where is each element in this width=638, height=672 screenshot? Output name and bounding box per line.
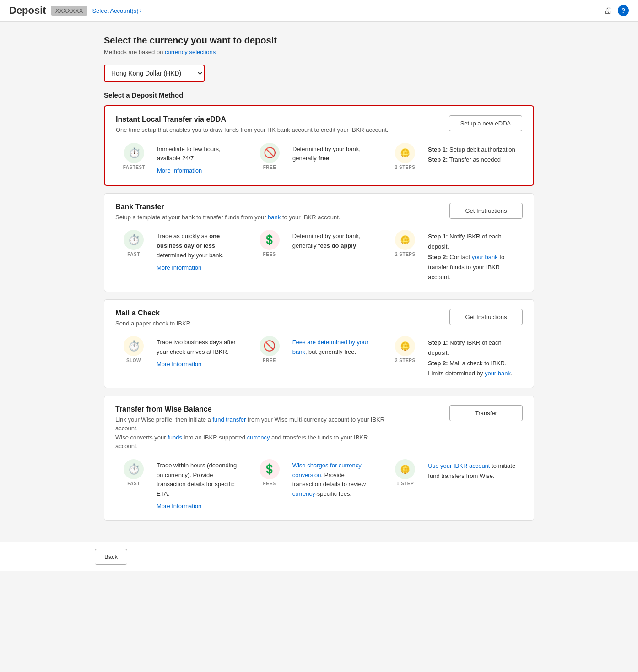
mail-check-title: Mail a Check: [115, 309, 192, 317]
chevron-right-icon: ›: [140, 7, 142, 14]
mail-check-fee-icon-group: 🚫 FREE: [251, 336, 288, 363]
two-steps-icon: 🪙: [395, 143, 415, 163]
two-steps-label: 2 STEPS: [395, 165, 416, 170]
wise-transfer-button[interactable]: Transfer: [449, 405, 523, 421]
bank-transfer-fee-icon-group: 💲 FEES: [251, 230, 288, 257]
bank-two-steps-icon: 🪙: [395, 230, 415, 250]
wise-features: ⏱️ FAST Trade within hours (depending on…: [115, 459, 523, 511]
fees-icon: 💲: [260, 230, 280, 250]
bank-transfer-steps-content: Step 1: Notify IBKR of each deposit. Ste…: [428, 230, 523, 282]
bank-transfer-features: ⏱️ FAST Trade as quickly as one business…: [115, 230, 523, 282]
wise-desc: Link your Wise profile, then initiate a …: [115, 415, 390, 451]
wise-steps-group: 🪙 1 STEP Use your IBKR account to initia…: [387, 459, 523, 486]
edda-speed-group: ⏱️ FASTEST Immediate to few hours, avail…: [116, 143, 251, 176]
edda-desc: One time setup that enables you to draw …: [116, 125, 388, 135]
wise-fast-icon: ⏱️: [124, 459, 144, 479]
wise-fees-icon: 💲: [260, 459, 280, 479]
slow-label: SLOW: [126, 358, 141, 363]
edda-card-info: Instant Local Transfer via eDDA One time…: [116, 115, 388, 135]
mail-check-speed-content: Trade two business days after your check…: [157, 336, 238, 369]
bank-transfer-title: Bank Transfer: [115, 203, 340, 211]
slow-icon: ⏱️: [124, 336, 144, 356]
main-content: Select the currency you want to deposit …: [95, 22, 543, 542]
page-header-title: Deposit: [9, 5, 46, 16]
mail-check-two-steps-icon: 🪙: [395, 336, 415, 356]
wise-more-info-link[interactable]: More Information: [157, 502, 238, 511]
wise-speed-icon-group: ⏱️ FAST: [115, 459, 152, 486]
mail-check-steps-content: Step 1: Notify IBKR of each deposit. Ste…: [428, 336, 523, 378]
wise-speed-content: Trade within hours (depending on currenc…: [157, 459, 238, 511]
bank-transfer-steps-group: 🪙 2 STEPS Step 1: Notify IBKR of each de…: [387, 230, 523, 282]
help-icon[interactable]: ?: [618, 5, 629, 16]
wise-fee-icon-group: 💲 FEES: [251, 459, 288, 486]
print-icon[interactable]: 🖨: [602, 5, 613, 16]
wise-one-step-label: 1 STEP: [397, 481, 414, 486]
deposit-method-section-label: Select a Deposit Method: [104, 91, 534, 99]
mail-check-free-label: FREE: [263, 358, 276, 363]
edda-fee-content: Determined by your bank, generally free.: [292, 143, 373, 164]
bank-transfer-more-info-link[interactable]: More Information: [157, 263, 238, 273]
edda-speed-icon-group: ⏱️ FASTEST: [116, 143, 152, 170]
edda-steps-icon-group: 🪙 2 STEPS: [387, 143, 423, 170]
wise-fee-group: 💲 FEES Wise charges for currency convers…: [251, 459, 387, 499]
edda-steps-group: 🪙 2 STEPS Step 1: Setup debit authorizat…: [387, 143, 522, 170]
wise-fees-label: FEES: [263, 481, 276, 486]
wise-title: Transfer from Wise Balance: [115, 405, 390, 413]
mail-check-steps-icon-group: 🪙 2 STEPS: [387, 336, 423, 363]
bank-transfer-card: Bank Transfer Setup a template at your b…: [104, 193, 534, 292]
account-badge: XXXXXXX: [51, 6, 88, 16]
page-subtitle: Methods are based on currency selections: [104, 49, 534, 55]
wise-fast-label: FAST: [127, 481, 140, 486]
currency-select[interactable]: Hong Kong Dollar (HKD) US Dollar (USD) E…: [104, 65, 205, 82]
mail-check-card-header: Mail a Check Send a paper check to IBKR.…: [115, 309, 523, 328]
bank-transfer-fee-content: Determined by your bank, generally fees …: [292, 230, 373, 251]
bank-transfer-card-info: Bank Transfer Setup a template at your b…: [115, 203, 340, 222]
mail-check-get-instructions-button[interactable]: Get Instructions: [449, 309, 523, 325]
fees-label: FEES: [263, 252, 276, 257]
wise-one-step-icon: 🪙: [395, 459, 415, 479]
edda-setup-button[interactable]: Setup a new eDDA: [449, 115, 522, 131]
bank-two-steps-label: 2 STEPS: [395, 252, 416, 257]
wise-steps-icon-group: 🪙 1 STEP: [387, 459, 423, 486]
wise-fee-content: Wise charges for currency conversion. Pr…: [292, 459, 373, 499]
mail-check-speed-group: ⏱️ SLOW Trade two business days after yo…: [115, 336, 251, 369]
mail-check-free-icon: 🚫: [260, 336, 280, 356]
edda-more-info-link[interactable]: More Information: [157, 166, 238, 176]
edda-fee-icon-group: 🚫 FREE: [251, 143, 288, 170]
edda-steps-content: Step 1: Setup debit authorization Step 2…: [428, 143, 522, 165]
bank-transfer-get-instructions-button[interactable]: Get Instructions: [449, 203, 523, 219]
mail-check-card: Mail a Check Send a paper check to IBKR.…: [104, 299, 534, 388]
mail-check-two-steps-label: 2 STEPS: [395, 358, 416, 363]
wise-speed-group: ⏱️ FAST Trade within hours (depending on…: [115, 459, 251, 511]
edda-title: Instant Local Transfer via eDDA: [116, 115, 388, 124]
select-accounts-link[interactable]: Select Account(s) ›: [92, 7, 141, 14]
bank-transfer-speed-content: Trade as quickly as one business day or …: [157, 230, 238, 272]
edda-card: Instant Local Transfer via eDDA One time…: [104, 105, 534, 186]
mail-check-speed-icon-group: ⏱️ SLOW: [115, 336, 152, 363]
mail-check-features: ⏱️ SLOW Trade two business days after yo…: [115, 336, 523, 378]
fast-icon: ⏱️: [124, 230, 144, 250]
mail-check-more-info-link[interactable]: More Information: [157, 360, 238, 369]
mail-check-steps-group: 🪙 2 STEPS Step 1: Notify IBKR of each de…: [387, 336, 523, 378]
edda-fee-group: 🚫 FREE Determined by your bank, generall…: [251, 143, 387, 170]
bank-transfer-fee-group: 💲 FEES Determined by your bank, generall…: [251, 230, 387, 257]
edda-speed-content: Immediate to few hours, available 24/7 M…: [157, 143, 238, 176]
bank-transfer-steps-icon-group: 🪙 2 STEPS: [387, 230, 423, 257]
mail-check-desc: Send a paper check to IBKR.: [115, 319, 192, 328]
wise-steps-content: Use your IBKR account to initiate fund t…: [428, 459, 523, 481]
app-header: Deposit XXXXXXX Select Account(s) › 🖨 ?: [0, 0, 638, 22]
back-button[interactable]: Back: [95, 549, 127, 565]
mail-check-card-info: Mail a Check Send a paper check to IBKR.: [115, 309, 192, 328]
free-label: FREE: [263, 165, 276, 170]
fastest-icon: ⏱️: [124, 143, 144, 163]
bank-transfer-speed-icon-group: ⏱️ FAST: [115, 230, 152, 257]
page-title: Select the currency you want to deposit: [104, 35, 534, 46]
wise-card-info: Transfer from Wise Balance Link your Wis…: [115, 405, 390, 451]
wise-card-header: Transfer from Wise Balance Link your Wis…: [115, 405, 523, 451]
edda-features: ⏱️ FASTEST Immediate to few hours, avail…: [116, 143, 522, 176]
mail-check-fee-content: Fees are determined by your bank, but ge…: [292, 336, 373, 357]
bank-transfer-speed-group: ⏱️ FAST Trade as quickly as one business…: [115, 230, 251, 272]
wise-card: Transfer from Wise Balance Link your Wis…: [104, 396, 534, 521]
mail-check-fee-group: 🚫 FREE Fees are determined by your bank,…: [251, 336, 387, 363]
bank-transfer-card-header: Bank Transfer Setup a template at your b…: [115, 203, 523, 222]
